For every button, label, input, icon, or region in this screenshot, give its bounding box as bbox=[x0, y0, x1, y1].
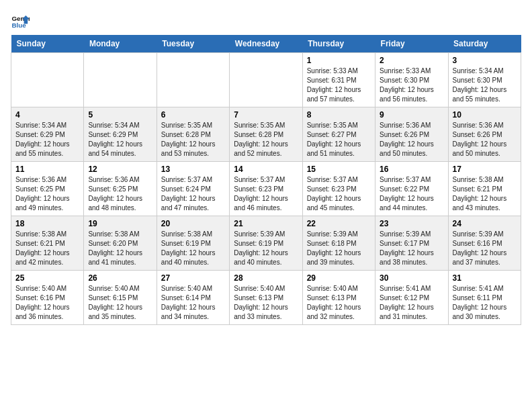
day-info: Sunrise: 5:40 AM Sunset: 6:13 PM Dayligh… bbox=[234, 284, 298, 322]
day-info: Sunrise: 5:40 AM Sunset: 6:13 PM Dayligh… bbox=[307, 284, 371, 322]
day-info: Sunrise: 5:41 AM Sunset: 6:11 PM Dayligh… bbox=[453, 284, 517, 322]
day-number: 13 bbox=[161, 165, 225, 174]
day-info: Sunrise: 5:33 AM Sunset: 6:31 PM Dayligh… bbox=[307, 66, 371, 104]
day-info: Sunrise: 5:39 AM Sunset: 6:19 PM Dayligh… bbox=[234, 230, 298, 267]
day-number: 12 bbox=[88, 165, 152, 174]
calendar-cell: 28Sunrise: 5:40 AM Sunset: 6:13 PM Dayli… bbox=[230, 271, 302, 325]
calendar-cell bbox=[230, 53, 302, 107]
calendar-cell: 11Sunrise: 5:36 AM Sunset: 6:25 PM Dayli… bbox=[11, 162, 84, 216]
day-number: 2 bbox=[380, 56, 443, 65]
calendar-cell: 18Sunrise: 5:38 AM Sunset: 6:21 PM Dayli… bbox=[11, 216, 84, 271]
calendar-cell: 20Sunrise: 5:38 AM Sunset: 6:19 PM Dayli… bbox=[157, 216, 229, 271]
day-number: 28 bbox=[234, 273, 298, 283]
day-info: Sunrise: 5:38 AM Sunset: 6:21 PM Dayligh… bbox=[15, 230, 79, 267]
calendar-cell: 8Sunrise: 5:35 AM Sunset: 6:27 PM Daylig… bbox=[302, 107, 375, 162]
day-number: 15 bbox=[307, 165, 371, 174]
day-info: Sunrise: 5:36 AM Sunset: 6:25 PM Dayligh… bbox=[15, 175, 79, 213]
day-number: 10 bbox=[453, 110, 517, 120]
calendar-cell: 17Sunrise: 5:38 AM Sunset: 6:21 PM Dayli… bbox=[448, 162, 521, 216]
calendar-cell: 16Sunrise: 5:37 AM Sunset: 6:22 PM Dayli… bbox=[375, 162, 448, 216]
header: General Blue bbox=[11, 11, 521, 30]
day-info: Sunrise: 5:35 AM Sunset: 6:28 PM Dayligh… bbox=[161, 121, 225, 158]
day-info: Sunrise: 5:34 AM Sunset: 6:29 PM Dayligh… bbox=[15, 121, 79, 158]
day-number: 8 bbox=[307, 110, 371, 120]
day-info: Sunrise: 5:36 AM Sunset: 6:25 PM Dayligh… bbox=[88, 175, 152, 213]
calendar-cell: 6Sunrise: 5:35 AM Sunset: 6:28 PM Daylig… bbox=[157, 107, 229, 162]
day-info: Sunrise: 5:40 AM Sunset: 6:16 PM Dayligh… bbox=[15, 284, 79, 322]
calendar-cell: 29Sunrise: 5:40 AM Sunset: 6:13 PM Dayli… bbox=[302, 271, 375, 325]
day-number: 27 bbox=[161, 273, 225, 283]
day-number: 20 bbox=[161, 219, 225, 228]
day-number: 21 bbox=[234, 219, 298, 228]
day-number: 7 bbox=[234, 110, 298, 120]
day-number: 22 bbox=[307, 219, 371, 228]
day-info: Sunrise: 5:37 AM Sunset: 6:24 PM Dayligh… bbox=[161, 175, 225, 213]
calendar-cell: 19Sunrise: 5:38 AM Sunset: 6:20 PM Dayli… bbox=[84, 216, 157, 271]
day-number: 31 bbox=[453, 273, 517, 283]
day-info: Sunrise: 5:33 AM Sunset: 6:30 PM Dayligh… bbox=[380, 66, 443, 104]
day-number: 30 bbox=[380, 273, 443, 283]
calendar-cell: 2Sunrise: 5:33 AM Sunset: 6:30 PM Daylig… bbox=[375, 53, 448, 107]
calendar-cell: 7Sunrise: 5:35 AM Sunset: 6:28 PM Daylig… bbox=[230, 107, 302, 162]
calendar-cell: 27Sunrise: 5:40 AM Sunset: 6:14 PM Dayli… bbox=[157, 271, 229, 325]
day-info: Sunrise: 5:35 AM Sunset: 6:28 PM Dayligh… bbox=[234, 121, 298, 158]
calendar-cell: 22Sunrise: 5:39 AM Sunset: 6:18 PM Dayli… bbox=[302, 216, 375, 271]
day-info: Sunrise: 5:37 AM Sunset: 6:23 PM Dayligh… bbox=[234, 175, 298, 213]
day-number: 9 bbox=[380, 110, 443, 120]
day-number: 24 bbox=[453, 219, 517, 228]
calendar-header-sunday: Sunday bbox=[11, 35, 84, 53]
calendar-week-2: 4Sunrise: 5:34 AM Sunset: 6:29 PM Daylig… bbox=[11, 107, 521, 162]
day-info: Sunrise: 5:40 AM Sunset: 6:14 PM Dayligh… bbox=[161, 284, 225, 322]
calendar-cell: 9Sunrise: 5:36 AM Sunset: 6:26 PM Daylig… bbox=[375, 107, 448, 162]
calendar-header-saturday: Saturday bbox=[448, 35, 521, 53]
calendar-header-tuesday: Tuesday bbox=[157, 35, 229, 53]
calendar-cell: 4Sunrise: 5:34 AM Sunset: 6:29 PM Daylig… bbox=[11, 107, 84, 162]
calendar-header-row: SundayMondayTuesdayWednesdayThursdayFrid… bbox=[11, 35, 521, 53]
day-info: Sunrise: 5:39 AM Sunset: 6:17 PM Dayligh… bbox=[380, 230, 443, 267]
day-number: 18 bbox=[15, 219, 79, 228]
calendar-cell: 12Sunrise: 5:36 AM Sunset: 6:25 PM Dayli… bbox=[84, 162, 157, 216]
day-info: Sunrise: 5:38 AM Sunset: 6:19 PM Dayligh… bbox=[161, 230, 225, 267]
day-info: Sunrise: 5:37 AM Sunset: 6:22 PM Dayligh… bbox=[380, 175, 443, 213]
day-number: 23 bbox=[380, 219, 443, 228]
day-info: Sunrise: 5:35 AM Sunset: 6:27 PM Dayligh… bbox=[307, 121, 371, 158]
day-info: Sunrise: 5:36 AM Sunset: 6:26 PM Dayligh… bbox=[380, 121, 443, 158]
calendar-cell: 13Sunrise: 5:37 AM Sunset: 6:24 PM Dayli… bbox=[157, 162, 229, 216]
day-info: Sunrise: 5:34 AM Sunset: 6:30 PM Dayligh… bbox=[453, 66, 517, 104]
calendar-week-3: 11Sunrise: 5:36 AM Sunset: 6:25 PM Dayli… bbox=[11, 162, 521, 216]
day-number: 19 bbox=[88, 219, 152, 228]
day-number: 3 bbox=[453, 56, 517, 65]
day-number: 11 bbox=[15, 165, 79, 174]
calendar-cell: 1Sunrise: 5:33 AM Sunset: 6:31 PM Daylig… bbox=[302, 53, 375, 107]
calendar-cell bbox=[11, 53, 84, 107]
calendar-cell: 30Sunrise: 5:41 AM Sunset: 6:12 PM Dayli… bbox=[375, 271, 448, 325]
day-number: 6 bbox=[161, 110, 225, 120]
calendar-cell bbox=[157, 53, 229, 107]
day-info: Sunrise: 5:41 AM Sunset: 6:12 PM Dayligh… bbox=[380, 284, 443, 322]
day-info: Sunrise: 5:34 AM Sunset: 6:29 PM Dayligh… bbox=[88, 121, 152, 158]
calendar-cell bbox=[84, 53, 157, 107]
calendar-cell: 25Sunrise: 5:40 AM Sunset: 6:16 PM Dayli… bbox=[11, 271, 84, 325]
calendar-cell: 15Sunrise: 5:37 AM Sunset: 6:23 PM Dayli… bbox=[302, 162, 375, 216]
day-info: Sunrise: 5:38 AM Sunset: 6:20 PM Dayligh… bbox=[88, 230, 152, 267]
calendar-header-wednesday: Wednesday bbox=[230, 35, 302, 53]
calendar-week-5: 25Sunrise: 5:40 AM Sunset: 6:16 PM Dayli… bbox=[11, 271, 521, 325]
calendar-header-thursday: Thursday bbox=[302, 35, 375, 53]
calendar-cell: 14Sunrise: 5:37 AM Sunset: 6:23 PM Dayli… bbox=[230, 162, 302, 216]
logo: General Blue bbox=[11, 11, 32, 30]
calendar-cell: 10Sunrise: 5:36 AM Sunset: 6:26 PM Dayli… bbox=[448, 107, 521, 162]
calendar-cell: 24Sunrise: 5:39 AM Sunset: 6:16 PM Dayli… bbox=[448, 216, 521, 271]
calendar-cell: 5Sunrise: 5:34 AM Sunset: 6:29 PM Daylig… bbox=[84, 107, 157, 162]
calendar-cell: 23Sunrise: 5:39 AM Sunset: 6:17 PM Dayli… bbox=[375, 216, 448, 271]
calendar-week-1: 1Sunrise: 5:33 AM Sunset: 6:31 PM Daylig… bbox=[11, 53, 521, 107]
day-number: 16 bbox=[380, 165, 443, 174]
day-number: 25 bbox=[15, 273, 79, 283]
day-info: Sunrise: 5:36 AM Sunset: 6:26 PM Dayligh… bbox=[453, 121, 517, 158]
day-number: 17 bbox=[453, 165, 517, 174]
calendar: SundayMondayTuesdayWednesdayThursdayFrid… bbox=[11, 35, 521, 325]
calendar-header-friday: Friday bbox=[375, 35, 448, 53]
calendar-cell: 26Sunrise: 5:40 AM Sunset: 6:15 PM Dayli… bbox=[84, 271, 157, 325]
calendar-header-monday: Monday bbox=[84, 35, 157, 53]
day-number: 26 bbox=[88, 273, 152, 283]
day-number: 29 bbox=[307, 273, 371, 283]
